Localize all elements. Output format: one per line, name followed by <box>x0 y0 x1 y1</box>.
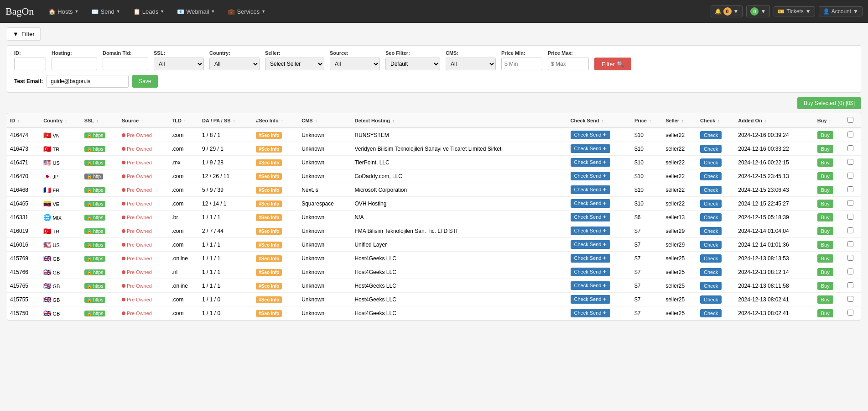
col-id[interactable]: ID ↕ <box>7 113 41 128</box>
buy-button[interactable]: Buy <box>817 295 833 304</box>
row-checkbox[interactable] <box>847 241 853 247</box>
col-cms[interactable]: CMS ↕ <box>299 113 352 128</box>
seo-info-badge[interactable]: #Seo Info <box>256 269 282 276</box>
col-price[interactable]: Price ↕ <box>632 113 663 128</box>
green-badge[interactable]: 0 ▼ <box>746 5 770 17</box>
col-check-send[interactable]: Check Send ↕ <box>568 113 632 128</box>
buy-button[interactable]: Buy <box>817 213 833 221</box>
col-check[interactable]: Check ↕ <box>697 113 735 128</box>
seo-info-badge[interactable]: #Seo Info <box>256 214 282 221</box>
row-checkbox[interactable] <box>847 173 853 179</box>
seo-info-badge[interactable]: #Seo Info <box>256 310 282 317</box>
check-send-button[interactable]: Check Send ✈ <box>571 144 611 153</box>
check-send-button[interactable]: Check Send ✈ <box>571 309 611 317</box>
check-send-button[interactable]: Check Send ✈ <box>571 268 611 276</box>
check-button[interactable]: Check <box>700 213 722 221</box>
row-checkbox[interactable] <box>847 282 853 288</box>
buy-button[interactable]: Buy <box>817 200 833 208</box>
col-ssl[interactable]: SSL ↕ <box>82 113 119 128</box>
row-checkbox[interactable] <box>847 227 853 233</box>
filter-ssl-select[interactable]: All <box>154 58 204 70</box>
check-button[interactable]: Check <box>700 131 722 139</box>
check-button[interactable]: Check <box>700 309 722 317</box>
buy-button[interactable]: Buy <box>817 145 833 153</box>
buy-button[interactable]: Buy <box>817 268 833 276</box>
account-nav[interactable]: 👤 Account ▼ <box>819 6 863 16</box>
seo-info-badge[interactable]: #Seo Info <box>256 173 282 180</box>
col-buy[interactable]: Buy ↕ <box>815 113 845 128</box>
tickets-nav[interactable]: 🎫 Tickets ▼ <box>774 6 815 16</box>
seo-info-badge[interactable]: #Seo Info <box>256 242 282 248</box>
check-send-button[interactable]: Check Send ✈ <box>571 199 611 208</box>
col-da-pa-ss[interactable]: DA / PA / SS ↕ <box>199 113 253 128</box>
filter-price-min-input[interactable] <box>501 58 542 70</box>
bell-badge[interactable]: 🔔 0 ▼ <box>711 5 743 17</box>
seo-info-badge[interactable]: #Seo Info <box>256 187 282 194</box>
seo-info-badge[interactable]: #Seo Info <box>256 296 282 303</box>
buy-button[interactable]: Buy <box>817 241 833 249</box>
buy-button[interactable]: Buy <box>817 158 833 167</box>
filter-seo-select[interactable]: Default <box>385 58 440 70</box>
check-button[interactable]: Check <box>700 254 722 263</box>
filter-id-input[interactable] <box>14 58 46 70</box>
check-button[interactable]: Check <box>700 145 722 153</box>
buy-selected-button[interactable]: Buy Selected (0) [0$] <box>797 97 861 109</box>
row-checkbox[interactable] <box>847 255 853 261</box>
save-button[interactable]: Save <box>132 75 157 88</box>
seo-info-badge[interactable]: #Seo Info <box>256 228 282 235</box>
filter-hosting-input[interactable] <box>52 58 97 70</box>
check-button[interactable]: Check <box>700 227 722 235</box>
filter-price-max-input[interactable] <box>548 58 589 70</box>
buy-button[interactable]: Buy <box>817 227 833 235</box>
col-tld[interactable]: TLD ↕ <box>169 113 200 128</box>
email-input[interactable] <box>47 75 129 88</box>
filter-cms-select[interactable]: All <box>446 58 496 70</box>
check-send-button[interactable]: Check Send ✈ <box>571 213 611 221</box>
seo-info-badge[interactable]: #Seo Info <box>256 255 282 262</box>
row-checkbox[interactable] <box>847 145 853 151</box>
nav-leads[interactable]: 📋 Leads ▼ <box>128 5 170 18</box>
check-send-button[interactable]: Check Send ✈ <box>571 254 611 263</box>
filter-country-select[interactable]: All <box>209 58 260 70</box>
nav-send[interactable]: ✉️ Send ▼ <box>86 5 125 18</box>
check-button[interactable]: Check <box>700 186 722 194</box>
filter-seller-select[interactable]: Select Seller <box>265 58 324 70</box>
check-send-button[interactable]: Check Send ✈ <box>571 240 611 249</box>
col-source[interactable]: Source ↕ <box>119 113 169 128</box>
buy-button[interactable]: Buy <box>817 309 833 317</box>
buy-button[interactable]: Buy <box>817 131 833 139</box>
filter-toggle-button[interactable]: ▼ Filter <box>7 27 41 41</box>
col-country[interactable]: Country ↕ <box>41 113 82 128</box>
nav-hosts[interactable]: 🏠 Hosts ▼ <box>43 5 84 18</box>
col-added-on[interactable]: Added On ↕ <box>735 113 814 128</box>
col-seller[interactable]: Seller ↕ <box>663 113 697 128</box>
check-button[interactable]: Check <box>700 241 722 249</box>
check-button[interactable]: Check <box>700 158 722 167</box>
seo-info-badge[interactable]: #Seo Info <box>256 200 282 207</box>
check-button[interactable]: Check <box>700 282 722 290</box>
filter-button[interactable]: Filter 🔍 <box>594 58 631 70</box>
row-checkbox[interactable] <box>847 296 853 302</box>
check-send-button[interactable]: Check Send ✈ <box>571 281 611 290</box>
col-select[interactable] <box>845 113 861 128</box>
check-button[interactable]: Check <box>700 268 722 276</box>
row-checkbox[interactable] <box>847 269 853 274</box>
check-button[interactable]: Check <box>700 172 722 180</box>
check-button[interactable]: Check <box>700 200 722 208</box>
row-checkbox[interactable] <box>847 159 853 165</box>
buy-button[interactable]: Buy <box>817 254 833 263</box>
seo-info-badge[interactable]: #Seo Info <box>256 132 282 139</box>
filter-source-select[interactable]: All <box>330 58 380 70</box>
check-send-button[interactable]: Check Send ✈ <box>571 158 611 167</box>
select-all-checkbox[interactable] <box>847 117 853 123</box>
seo-info-badge[interactable]: #Seo Info <box>256 146 282 153</box>
col-seo-info[interactable]: #Seo Info ↕ <box>253 113 299 128</box>
brand-logo[interactable]: BagOn <box>5 5 34 17</box>
check-send-button[interactable]: Check Send ✈ <box>571 227 611 235</box>
buy-button[interactable]: Buy <box>817 282 833 290</box>
check-send-button[interactable]: Check Send ✈ <box>571 295 611 304</box>
check-send-button[interactable]: Check Send ✈ <box>571 185 611 194</box>
row-checkbox[interactable] <box>847 214 853 220</box>
row-checkbox[interactable] <box>847 310 853 316</box>
check-button[interactable]: Check <box>700 295 722 304</box>
